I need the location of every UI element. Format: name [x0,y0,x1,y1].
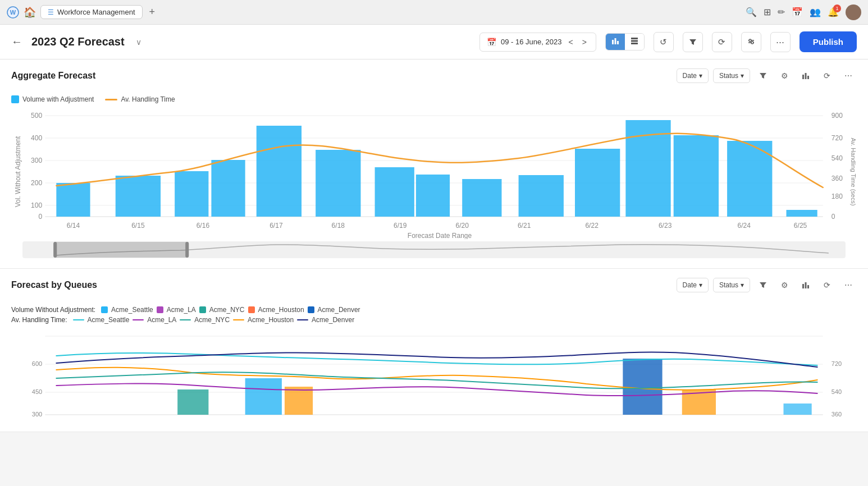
svg-text:500: 500 [31,112,42,120]
browser-bar: W 🏠 ☰ Workforce Management + 🔍 ⊞ ✏ 📅 👥 🔔… [0,0,868,25]
aggregate-status-filter[interactable]: Status ▾ [713,68,750,83]
nyc-volume-dot [199,306,206,313]
svg-text:6/24: 6/24 [737,222,751,230]
denver-handling-line [297,319,308,320]
queues-chart-icon[interactable] [797,277,814,294]
date-prev-button[interactable]: < [566,36,575,48]
svg-text:900: 900 [832,112,843,120]
svg-text:180: 180 [832,192,843,200]
queue-handling-label: Av. Handling Time: [11,316,67,324]
filter-button[interactable] [683,32,703,52]
back-button[interactable]: ← [11,35,22,48]
queues-filter-icon[interactable] [755,277,771,294]
aggregate-settings-icon[interactable]: ⚙ [776,67,793,84]
svg-rect-43 [575,149,620,217]
svg-text:200: 200 [31,179,42,187]
svg-text:6/16: 6/16 [197,222,210,230]
seattle-volume-dot [101,306,108,313]
queues-settings-icon[interactable]: ⚙ [776,277,793,294]
svg-rect-64 [53,242,189,258]
aggregate-chart-icon[interactable] [797,67,814,84]
aggregate-refresh-icon[interactable]: ⟳ [819,67,835,84]
date-range-picker[interactable]: 📅 09 - 16 June, 2023 < > [479,33,596,52]
browser-tab[interactable]: ☰ Workforce Management [40,5,143,19]
svg-rect-66 [185,242,189,258]
legend-handling-line [105,99,117,100]
svg-point-10 [749,39,751,42]
aggregate-more-icon[interactable]: ⋯ [840,67,857,84]
adjust-button[interactable] [741,32,761,52]
queue-handling-legend-row: Av. Handling Time: Acme_Seattle Acme_LA … [11,316,857,324]
legend-handling-label: Av. Handling Time [121,95,175,103]
denver-volume-label: Acme_Denver [318,306,360,314]
svg-rect-2 [612,40,614,44]
aggregate-date-filter[interactable]: Date ▾ [677,68,709,83]
table-view-button[interactable] [625,34,644,50]
publish-button[interactable]: Publish [800,31,857,52]
title-chevron[interactable]: ∨ [136,38,141,47]
refresh-button[interactable]: ⟳ [712,32,732,52]
svg-text:6/21: 6/21 [518,222,531,230]
svg-text:W: W [10,9,16,16]
aggregate-filter-icon[interactable] [755,67,771,84]
date-next-button[interactable]: > [580,36,589,48]
svg-rect-68 [805,282,807,288]
undo-button[interactable]: ↺ [654,32,674,52]
aggregate-header: Aggregate Forecast Date ▾ Status ▾ ⚙ ⟳ ⋯ [0,59,868,92]
svg-text:400: 400 [31,134,42,142]
svg-rect-35 [175,171,208,217]
main-toolbar: ← 2023 Q2 Forecast ∨ 📅 09 - 16 June, 202… [0,25,868,59]
svg-text:6/23: 6/23 [659,222,672,230]
queues-more-icon[interactable]: ⋯ [840,277,857,294]
queues-status-chevron: ▾ [741,281,744,289]
queues-date-chevron: ▾ [699,281,702,289]
search-icon[interactable]: 🔍 [746,7,757,17]
queue-legend: Volume Without Adjustment: Acme_Seattle … [0,301,868,325]
tab-icon: ☰ [48,8,54,16]
aggregate-minimap[interactable] [11,239,857,263]
queues-svg: 300 450 600 360 540 720 [11,325,857,432]
svg-rect-41 [462,179,501,217]
date-range-text: 09 - 16 June, 2023 [501,38,561,46]
denver-volume-dot [308,306,314,313]
svg-rect-40 [416,175,450,217]
date-filter-label: Date [683,72,697,80]
la-handling-line [133,319,144,320]
svg-rect-34 [116,176,161,217]
notification-icon[interactable]: 🔔 1 [828,7,839,17]
status-filter-label: Status [719,72,738,80]
svg-rect-47 [787,210,817,217]
apps-icon[interactable]: ⊞ [764,7,771,17]
svg-text:6/17: 6/17 [269,222,283,230]
svg-text:6/19: 6/19 [394,222,407,230]
bar-view-button[interactable] [606,34,625,50]
queue-volume-label: Volume Without Adjustment: [11,306,95,314]
svg-rect-5 [631,38,638,39]
queues-status-filter[interactable]: Status ▾ [713,278,750,292]
more-options-button[interactable]: ⋯ [770,32,791,52]
queues-date-filter[interactable]: Date ▾ [677,278,709,292]
svg-text:0: 0 [39,213,43,221]
seattle-handling-line [73,319,84,320]
calendar-icon[interactable]: 📅 [792,7,803,17]
svg-rect-4 [617,41,619,44]
avatar[interactable] [846,4,861,20]
view-toggle [605,33,645,51]
status-filter-chevron: ▾ [741,72,744,80]
queues-refresh-icon[interactable]: ⟳ [819,277,835,294]
add-tab-button[interactable]: + [149,6,156,18]
notification-badge: 1 [833,4,841,12]
queues-header: Forecast by Queues Date ▾ Status ▾ ⚙ ⟳ ⋯ [0,269,868,301]
queues-title: Forecast by Queues [11,280,97,290]
svg-text:6/14: 6/14 [67,222,80,230]
svg-text:540: 540 [832,388,842,395]
svg-text:540: 540 [832,154,843,162]
svg-rect-38 [316,150,360,217]
minimap-svg [22,241,846,258]
svg-rect-14 [807,76,809,79]
page-title: 2023 Q2 Forecast [31,35,125,48]
edit-icon[interactable]: ✏ [778,7,785,17]
users-icon[interactable]: 👥 [810,7,821,17]
aggregate-title: Aggregate Forecast [11,71,95,81]
home-icon[interactable]: 🏠 [24,6,36,19]
